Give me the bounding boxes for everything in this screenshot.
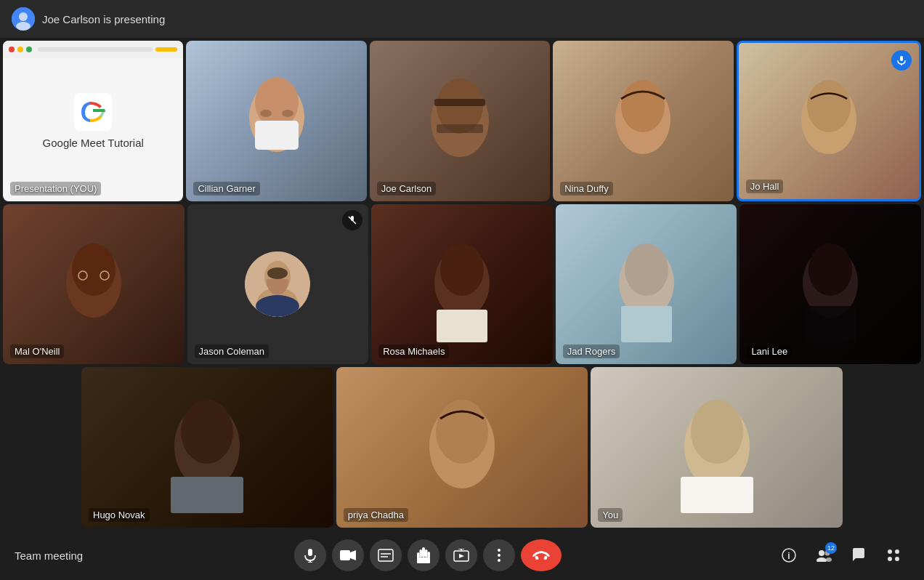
chat-button[interactable] (843, 539, 875, 571)
tile-label-nina: Nina Duffy (560, 182, 612, 196)
svg-point-31 (256, 295, 299, 317)
more-options-icon (498, 549, 500, 562)
svg-point-47 (691, 400, 743, 464)
svg-rect-59 (420, 549, 423, 557)
svg-rect-7 (255, 121, 299, 150)
tile-rosa[interactable]: Rosa Michaels (371, 204, 553, 365)
mic-button[interactable] (294, 539, 326, 571)
bottom-bar: Team meeting (0, 531, 924, 580)
camera-icon (340, 549, 356, 561)
tile-label-rosa: Rosa Michaels (378, 345, 449, 358)
tile-label-cillian: Cillian Garner (193, 182, 259, 196)
end-call-icon (532, 551, 550, 560)
mal-face (3, 204, 185, 365)
captions-button[interactable] (370, 539, 402, 571)
top-bar: Joe Carlson is presenting (0, 0, 924, 38)
people-button[interactable]: 12 (808, 539, 840, 571)
svg-point-6 (255, 77, 299, 128)
people-badge: 12 (825, 542, 837, 554)
svg-rect-49 (308, 549, 312, 556)
svg-rect-13 (437, 124, 483, 133)
tile-priya[interactable]: priya Chadha (336, 367, 588, 528)
tile-presentation[interactable]: Google Meet Tutorial Presentation (YOU) (3, 41, 183, 201)
presenter-text: Joe Carlson is presenting (42, 13, 165, 25)
svg-point-33 (440, 243, 484, 296)
tile-mal[interactable]: Mal O'Neill (3, 204, 185, 365)
svg-point-78 (888, 549, 892, 554)
tile-label-hugo: Hugo Novak (89, 508, 150, 522)
svg-rect-58 (425, 549, 428, 557)
tile-hugo[interactable]: Hugo Novak (81, 367, 333, 528)
jo-face (739, 43, 919, 199)
svg-point-17 (807, 80, 851, 132)
svg-point-21 (72, 243, 115, 296)
svg-rect-54 (378, 549, 393, 561)
tile-you[interactable]: You (591, 367, 843, 528)
info-button[interactable]: i (773, 539, 805, 571)
more-options-button[interactable] (483, 539, 515, 571)
svg-point-42 (181, 400, 233, 464)
tile-label-lani: Lani Lee (747, 345, 792, 358)
controls-right: i 12 (773, 539, 909, 571)
svg-rect-40 (805, 306, 856, 342)
svg-rect-43 (171, 477, 243, 513)
tile-jason[interactable]: Jason Coleman (187, 204, 369, 365)
tile-label-you: You (598, 508, 623, 522)
tile-jad[interactable]: Jad Rogers (556, 204, 737, 365)
activities-button[interactable] (878, 539, 909, 571)
svg-point-1 (19, 12, 28, 21)
activities-icon (886, 548, 901, 563)
svg-rect-57 (422, 547, 425, 557)
gmeet-logo (74, 93, 112, 131)
tile-label-jason: Jason Coleman (195, 345, 269, 358)
svg-point-69 (498, 559, 500, 562)
svg-point-81 (895, 557, 899, 561)
svg-marker-53 (350, 550, 356, 560)
chat-icon (851, 548, 866, 563)
camera-button[interactable] (332, 539, 364, 571)
cillian-face (186, 41, 366, 201)
joe-face (370, 41, 550, 201)
svg-marker-64 (459, 554, 464, 558)
rosa-face (371, 204, 553, 365)
svg-point-74 (819, 550, 824, 556)
svg-point-80 (888, 557, 892, 561)
presentation-bar (3, 41, 183, 58)
svg-point-39 (808, 243, 852, 296)
tile-nina[interactable]: Nina Duffy (553, 41, 733, 201)
video-grid: Google Meet Tutorial Presentation (YOU) … (0, 38, 924, 531)
tile-label-presentation: Presentation (YOU) (10, 182, 101, 196)
presenter-avatar (12, 7, 35, 31)
svg-text:i: i (787, 551, 790, 561)
svg-rect-62 (417, 557, 430, 563)
raise-hand-button[interactable] (408, 539, 439, 571)
svg-point-77 (826, 557, 832, 562)
tile-joe[interactable]: Joe Carlson (370, 41, 550, 201)
tile-label-jo: Jo Hall (746, 180, 784, 193)
mute-icon-jason (342, 210, 362, 230)
svg-point-30 (267, 267, 288, 279)
tile-jo[interactable]: Jo Hall (737, 41, 921, 201)
active-speaker-mic (891, 50, 912, 71)
tile-label-jad: Jad Rogers (563, 345, 620, 358)
lani-face (739, 204, 921, 365)
raise-hand-icon (417, 547, 430, 563)
tile-cillian[interactable]: Cillian Garner (186, 41, 366, 201)
tile-lani[interactable]: Lani Lee (739, 204, 921, 365)
svg-point-68 (498, 554, 500, 557)
svg-point-36 (625, 243, 668, 296)
end-call-button[interactable] (521, 539, 562, 571)
svg-point-79 (895, 549, 899, 554)
svg-rect-12 (434, 99, 485, 106)
svg-rect-52 (340, 550, 350, 560)
svg-rect-61 (428, 552, 431, 558)
tile-label-priya: priya Chadha (344, 508, 408, 522)
present-button[interactable] (445, 539, 477, 571)
mic-icon (303, 548, 317, 563)
tile-label-joe: Joe Carlson (377, 182, 436, 196)
svg-point-75 (816, 557, 827, 562)
svg-point-2 (16, 22, 31, 31)
svg-rect-70 (543, 555, 547, 560)
controls-center (294, 539, 562, 571)
jad-face (556, 204, 737, 365)
